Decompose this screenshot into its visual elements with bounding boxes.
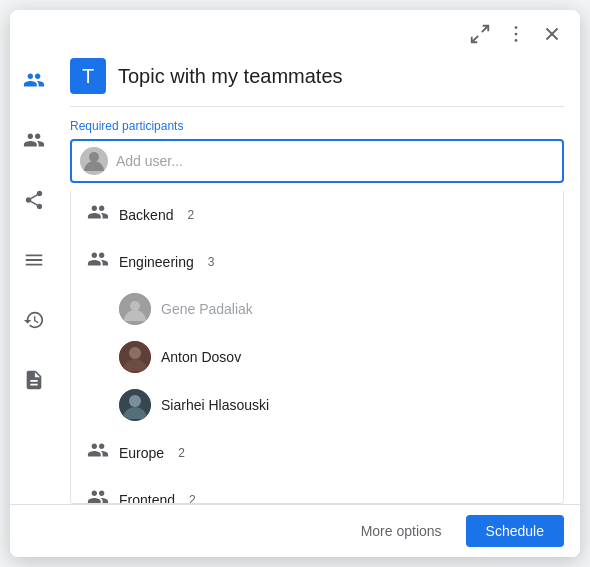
svg-point-11	[129, 347, 141, 359]
person-anton-1-name: Anton Dosov	[161, 349, 241, 365]
svg-point-2	[515, 26, 518, 29]
group-icon	[87, 248, 109, 275]
schedule-button[interactable]: Schedule	[466, 515, 564, 547]
expand-button[interactable]	[464, 18, 496, 50]
meeting-initial-icon: T	[70, 58, 106, 94]
person-avatar-siarhei	[119, 389, 151, 421]
person-siarhei-name: Siarhei Hlasouski	[161, 397, 269, 413]
group-backend-name: Backend	[119, 207, 173, 223]
group-frontend[interactable]: Frontend 2	[71, 476, 563, 504]
meeting-title: Topic with my teammates	[118, 65, 343, 88]
person-anton-1[interactable]: Anton Dosov	[71, 333, 563, 381]
svg-point-13	[129, 395, 141, 407]
close-button[interactable]	[536, 18, 568, 50]
content-area: T Topic with my teammates Required parti…	[58, 54, 580, 504]
group-europe-name: Europe	[119, 445, 164, 461]
more-options-button[interactable]: More options	[349, 515, 454, 547]
group-europe[interactable]: Europe 2	[71, 429, 563, 476]
more-button[interactable]	[500, 18, 532, 50]
sidebar-participants-icon[interactable]	[16, 62, 52, 98]
sidebar-tasks-icon[interactable]	[16, 362, 52, 398]
sidebar-menu-icon[interactable]	[16, 242, 52, 278]
title-bar	[10, 10, 580, 54]
group-engineering-count: 3	[208, 255, 215, 269]
meeting-header: T Topic with my teammates	[70, 54, 564, 107]
sidebar-history-icon[interactable]	[16, 302, 52, 338]
group-icon	[87, 439, 109, 466]
sidebar-share-icon[interactable]	[16, 182, 52, 218]
person-gene-name: Gene Padaliak	[161, 301, 253, 317]
group-frontend-count: 2	[189, 493, 196, 505]
svg-point-9	[130, 301, 140, 311]
group-engineering[interactable]: Engineering 3	[71, 238, 563, 285]
sidebar-groups-icon[interactable]	[16, 122, 52, 158]
svg-line-0	[482, 26, 488, 32]
search-placeholder: Add user...	[116, 153, 554, 169]
group-engineering-name: Engineering	[119, 254, 194, 270]
person-siarhei[interactable]: Siarhei Hlasouski	[71, 381, 563, 429]
main-window: T Topic with my teammates Required parti…	[10, 10, 580, 557]
person-avatar-gene	[119, 293, 151, 325]
group-backend-count: 2	[187, 208, 194, 222]
search-bar[interactable]: Add user...	[70, 139, 564, 183]
group-icon	[87, 486, 109, 504]
person-gene[interactable]: Gene Padaliak	[71, 285, 563, 333]
participants-section: Required participants Add user...	[70, 107, 564, 191]
group-europe-count: 2	[178, 446, 185, 460]
group-frontend-name: Frontend	[119, 492, 175, 505]
main-content: T Topic with my teammates Required parti…	[10, 54, 580, 504]
dropdown-list[interactable]: Backend 2 Engineering 3	[70, 191, 564, 504]
user-avatar	[80, 147, 108, 175]
footer: More options Schedule	[10, 504, 580, 557]
svg-point-3	[515, 33, 518, 36]
section-label: Required participants	[70, 119, 564, 133]
person-avatar-anton-1	[119, 341, 151, 373]
svg-point-7	[89, 152, 99, 162]
svg-point-4	[515, 39, 518, 42]
sidebar	[10, 54, 58, 504]
group-backend[interactable]: Backend 2	[71, 191, 563, 238]
group-icon	[87, 201, 109, 228]
svg-line-1	[472, 36, 478, 42]
